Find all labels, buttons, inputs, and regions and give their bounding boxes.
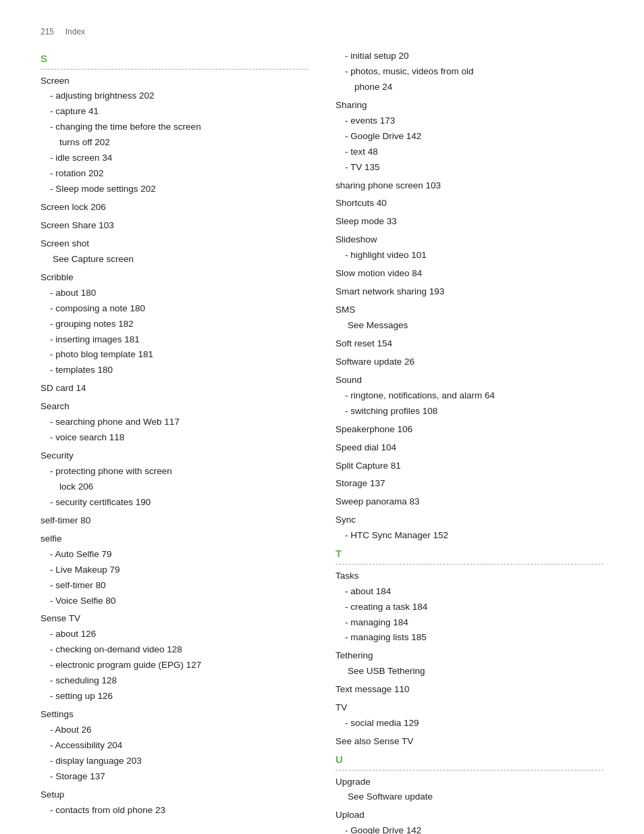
index-entry: - scheduling 128 xyxy=(41,673,308,689)
index-entry: - inserting images 181 xyxy=(41,332,308,348)
index-entry: - ringtone, notifications, and alarm 64 xyxy=(336,388,603,404)
index-entry: Slow motion video 84 xyxy=(336,266,603,282)
index-entry: SD card 14 xyxy=(41,381,308,396)
index-entry: Security xyxy=(41,448,308,464)
index-entry: - protecting phone with screen xyxy=(41,464,308,479)
page-number: 215 xyxy=(41,27,54,36)
index-entry: Screen lock 206 xyxy=(41,200,308,215)
index-entry: Settings xyxy=(41,707,308,723)
index-entry: - idle screen 34 xyxy=(41,151,308,166)
index-entry: Setup xyxy=(41,787,308,803)
index-entry: Sleep mode 33 xyxy=(336,214,603,230)
index-entry: Screen xyxy=(41,74,308,89)
right-entries-t: Tasks- about 184- creating a task 184- m… xyxy=(336,569,603,750)
index-entry: - Voice Selfie 80 xyxy=(41,594,308,609)
index-entry: - contacts from old phone 23 xyxy=(41,803,308,818)
letter-s-left: S xyxy=(41,50,308,70)
index-entry: Upgrade xyxy=(336,775,603,790)
index-entry: Sense TV xyxy=(41,611,308,627)
page: 215 Index S Screen- adjusting brightness… xyxy=(0,0,644,834)
index-entry: Screen shot xyxy=(41,236,308,252)
index-entry: Smart network sharing 193 xyxy=(336,284,603,300)
index-entry: - switching profiles 108 xyxy=(336,404,603,419)
right-entries-top: - initial setup 20- photos, music, video… xyxy=(336,49,603,544)
index-entry: - highlight video 101 xyxy=(336,248,603,263)
index-entry: - changing the time before the screen xyxy=(41,120,308,135)
index-entry: - text 48 xyxy=(336,145,603,160)
left-entries: Screen- adjusting brightness 202- captur… xyxy=(41,74,308,818)
index-entry: - grouping notes 182 xyxy=(41,317,308,332)
index-entry: - Accessibility 204 xyxy=(41,738,308,754)
index-entry: Shortcuts 40 xyxy=(336,196,603,211)
index-entry: See USB Tethering xyxy=(336,664,603,679)
index-entry: selfie xyxy=(41,531,308,547)
index-entry: See Software update xyxy=(336,789,603,805)
right-entries-u: UpgradeSee Software updateUpload- Google… xyxy=(336,775,603,835)
right-column: - initial setup 20- photos, music, video… xyxy=(336,49,603,834)
index-entry: - About 26 xyxy=(41,723,308,738)
index-entry: - photo blog template 181 xyxy=(41,347,308,363)
index-entry: - adjusting brightness 202 xyxy=(41,88,308,104)
index-entry: - Sleep mode settings 202 xyxy=(41,182,308,197)
index-entry: Sharing xyxy=(336,98,603,113)
index-entry: - Google Drive 142 xyxy=(336,129,603,145)
index-entry: - HTC Sync Manager 152 xyxy=(336,528,603,544)
index-entry: TV xyxy=(336,700,603,716)
page-header: 215 Index xyxy=(41,27,603,36)
left-column: S Screen- adjusting brightness 202- capt… xyxy=(41,49,308,834)
index-entry: - templates 180 xyxy=(41,363,308,378)
index-entry: Sweep panorama 83 xyxy=(336,494,603,510)
index-entry: - about 180 xyxy=(41,286,308,301)
index-entry: - searching phone and Web 117 xyxy=(41,415,308,430)
index-entry: - checking on-demand video 128 xyxy=(41,642,308,658)
index-entry: Tasks xyxy=(336,569,603,584)
index-entry: - social media 129 xyxy=(336,716,603,731)
index-entry: - Live Makeup 79 xyxy=(41,563,308,578)
index-entry: See also Sense TV xyxy=(336,734,603,750)
index-entry: - initial setup 20 xyxy=(336,49,603,64)
index-entry: - about 126 xyxy=(41,627,308,642)
letter-t: T xyxy=(336,545,603,565)
index-entry: - rotation 202 xyxy=(41,166,308,182)
index-entry: - self-timer 80 xyxy=(41,578,308,594)
index-entry: - electronic program guide (EPG) 127 xyxy=(41,658,308,673)
index-entry: - Storage 137 xyxy=(41,769,308,785)
index-entry: Sound xyxy=(336,373,603,388)
index-entry: - about 184 xyxy=(336,584,603,600)
index-entry: phone 24 xyxy=(336,80,603,95)
index-entry: - managing lists 185 xyxy=(336,630,603,646)
index-entry: lock 206 xyxy=(41,479,308,495)
index-columns: S Screen- adjusting brightness 202- capt… xyxy=(41,49,603,834)
index-entry: Search xyxy=(41,399,308,415)
index-entry: SMS xyxy=(336,303,603,318)
index-entry: turns off 202 xyxy=(41,135,308,151)
index-entry: Tethering xyxy=(336,648,603,664)
index-entry: See Messages xyxy=(336,318,603,334)
index-entry: - display language 203 xyxy=(41,754,308,769)
index-entry: - events 173 xyxy=(336,113,603,129)
index-entry: - creating a task 184 xyxy=(336,600,603,615)
index-entry: Sync xyxy=(336,513,603,528)
index-entry: Scribble xyxy=(41,270,308,286)
index-entry: sharing phone screen 103 xyxy=(336,178,603,194)
index-entry: - capture 41 xyxy=(41,104,308,120)
index-entry: Soft reset 154 xyxy=(336,336,603,352)
index-entry: - TV 135 xyxy=(336,160,603,176)
index-entry: - managing 184 xyxy=(336,615,603,631)
index-entry: Slideshow xyxy=(336,232,603,248)
index-entry: Text message 110 xyxy=(336,682,603,698)
index-entry: - security certificates 190 xyxy=(41,495,308,511)
index-entry: Speakerphone 106 xyxy=(336,422,603,438)
index-entry: - composing a note 180 xyxy=(41,301,308,317)
index-entry: Speed dial 104 xyxy=(336,440,603,456)
index-entry: Software update 26 xyxy=(336,355,603,370)
letter-u: U xyxy=(336,751,603,771)
index-entry: See Capture screen xyxy=(41,252,308,267)
index-entry: - setting up 126 xyxy=(41,689,308,704)
index-entry: Upload xyxy=(336,808,603,823)
index-entry: - Auto Selfie 79 xyxy=(41,547,308,563)
section-title: Index xyxy=(65,27,85,36)
index-entry: Split Capture 81 xyxy=(336,459,603,474)
index-entry: self-timer 80 xyxy=(41,513,308,529)
index-entry: Screen Share 103 xyxy=(41,218,308,234)
